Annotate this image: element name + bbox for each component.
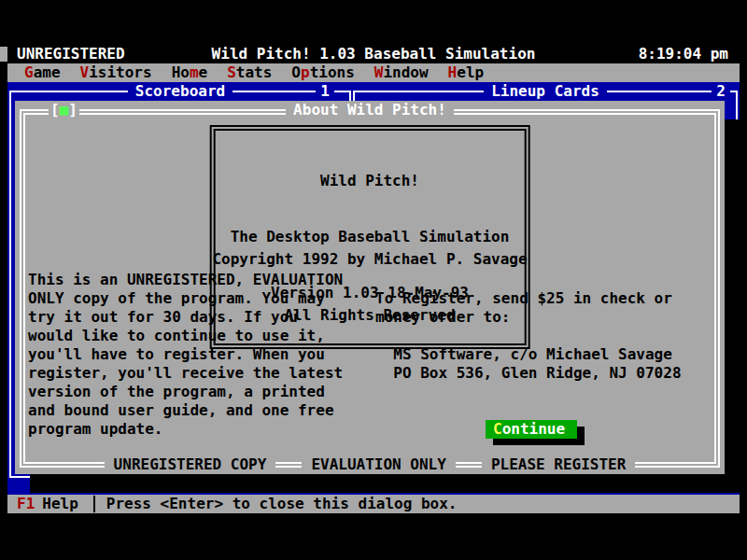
menu-label: ame xyxy=(34,63,61,81)
menu-label: isitors xyxy=(89,63,151,81)
app-title-bar: UNREGISTERED Wild Pitch! 1.03 Baseball S… xyxy=(7,45,740,63)
footer-unregistered: UNREGISTERED COPY xyxy=(105,455,276,474)
close-button[interactable]: [■] xyxy=(49,101,79,119)
menu-hotkey: H xyxy=(448,63,458,81)
dialog-title: About Wild Pitch! xyxy=(286,101,454,119)
copyright-line: Copyright 1992 by Michael P. Savage xyxy=(15,250,725,269)
footer-evaluation: EVALUATION ONLY xyxy=(302,455,456,474)
close-bracket: ] xyxy=(68,101,78,119)
window-title: Lineup Cards xyxy=(484,82,607,100)
menu-item-game[interactable]: Game xyxy=(24,63,61,82)
menu-item-home[interactable]: Home xyxy=(172,63,208,82)
program-name: Wild Pitch! xyxy=(231,172,510,190)
window-number: 1 xyxy=(316,82,334,101)
about-dialog: About Wild Pitch! [■] Wild Pitch! The De… xyxy=(15,101,725,474)
f1-key-label[interactable]: F1 xyxy=(17,495,35,513)
menu-label: Ho xyxy=(172,63,190,81)
overscan-notch xyxy=(0,47,7,62)
status-message: Press <Enter> to close this dialog box. xyxy=(106,495,458,513)
menu-label: elp xyxy=(457,63,484,81)
dialog-title-row[interactable]: About Wild Pitch! xyxy=(15,101,725,119)
menu-hotkey: p xyxy=(301,63,310,81)
button-label: ontinue xyxy=(502,420,565,438)
menu-label: e xyxy=(199,63,208,81)
close-icon: ■ xyxy=(60,101,69,119)
f1-help-label[interactable]: Help xyxy=(42,495,78,513)
menu-item-help[interactable]: Help xyxy=(448,63,485,82)
clock: 8:19:04 pm xyxy=(639,45,728,63)
menu-label: tats xyxy=(236,63,273,81)
window-number: 2 xyxy=(712,82,730,101)
menu-label: indow xyxy=(383,63,428,81)
menu-item-stats[interactable]: Stats xyxy=(227,63,272,82)
menu-label: O xyxy=(291,63,301,81)
menu-hotkey: W xyxy=(374,63,384,81)
menu-item-window[interactable]: Window xyxy=(374,63,429,82)
continue-button[interactable]: Continue xyxy=(486,420,577,439)
status-separator xyxy=(93,496,95,512)
desktop: Scoreboard 1 Lineup Cards 2 About Wild P… xyxy=(7,82,740,495)
button-hotkey: C xyxy=(493,420,502,438)
evaluation-notice-text: This is an UNREGISTERED, EVALUATION ONLY… xyxy=(28,271,343,439)
close-bracket: [ xyxy=(50,101,60,119)
dialog-footer: UNREGISTERED COPY EVALUATION ONLY PLEASE… xyxy=(15,455,725,474)
window-title-row: Lineup Cards xyxy=(353,82,738,101)
registration-info-text: To Register, send $25 in check or money … xyxy=(375,289,682,383)
window-title: Scoreboard xyxy=(128,82,233,100)
menu-hotkey: S xyxy=(227,63,236,81)
app-title: Wild Pitch! 1.03 Baseball Simulation xyxy=(7,45,740,63)
footer-register: PLEASE REGISTER xyxy=(482,455,636,474)
menu-hotkey: G xyxy=(24,63,34,81)
menu-item-visitors[interactable]: Visitors xyxy=(80,63,152,82)
menu-label: tions xyxy=(310,63,355,81)
menu-item-options[interactable]: Options xyxy=(291,63,354,82)
window-title-row: Scoreboard xyxy=(9,82,351,101)
menu-hotkey: V xyxy=(80,63,90,81)
status-bar: F1 Help Press <Enter> to close this dial… xyxy=(7,495,740,513)
menu-bar: Game Visitors Home Stats Options Window … xyxy=(7,63,740,82)
menu-hotkey: m xyxy=(190,63,199,81)
